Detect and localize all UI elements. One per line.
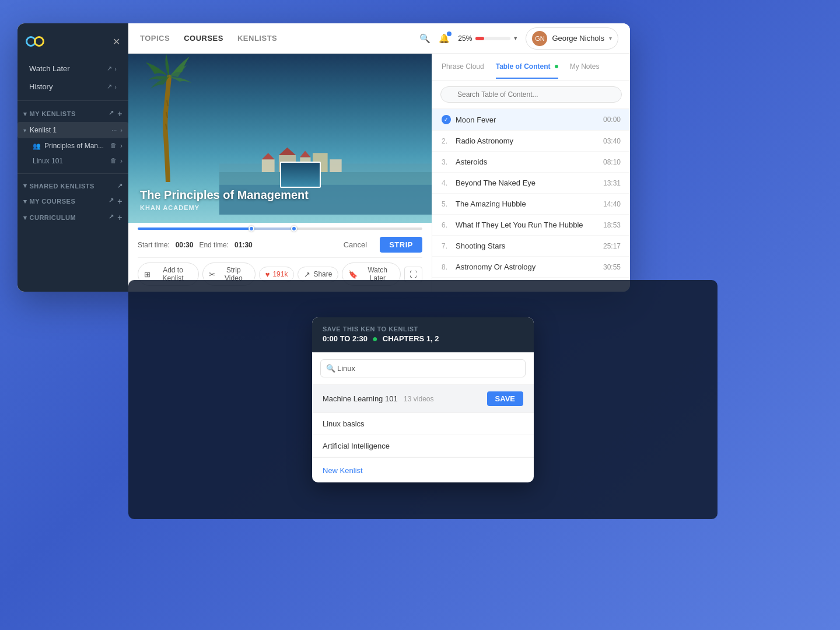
external-icon-kenlists: ↗ [108,109,114,118]
progress-timeline[interactable] [138,228,422,230]
kenlist-result-1[interactable]: Machine Learning 101 13 videos SAVE [312,385,534,413]
toc-num-4: 4. [442,179,453,187]
tab-my-notes[interactable]: My Notes [570,55,600,79]
toc-num-3: 3. [442,158,453,166]
video-source: KHAN ACADEMY [140,204,309,211]
kenlist-results: Machine Learning 101 13 videos SAVE Linu… [312,385,534,457]
heart-icon: ♥ [265,270,270,279]
kenlist-item-1[interactable]: ▾ Kenlist 1 ··· › [18,122,128,138]
thumbnail-preview [280,162,321,188]
principles-label: Principles of Man... [44,142,104,150]
end-time-label: End time: [199,241,229,249]
curriculum-label: CURRICULUM [30,214,76,221]
kenlist-result-3[interactable]: Artificial Intelligence [312,435,534,457]
divider-1 [18,100,128,101]
toc-list: ✓ Moon Fever 00:00 2. Radio Astronomy 03… [432,109,630,292]
delete-icon-2: 🗑 [110,157,117,165]
toc-item-5[interactable]: 5. The Amazing Hubble 14:40 [432,194,630,215]
progress-container: 25% ▾ [458,34,517,43]
toc-item-7[interactable]: 7. Shooting Stars 25:17 [432,236,630,257]
svg-rect-2 [262,159,275,172]
progress-handle-start[interactable] [249,226,254,232]
save-button-1[interactable]: SAVE [487,391,523,406]
tab-phrase-cloud[interactable]: Phrase Cloud [442,55,484,79]
video-container: The Principles of Management KHAN ACADEM… [128,54,432,223]
share-icon: ↗ [304,270,310,279]
notification-button[interactable]: 🔔 [439,33,450,44]
tab-table-of-content[interactable]: Table of Content [496,55,558,79]
modal-chapters: CHAPTERS 1, 2 [383,334,439,343]
app-logo [26,34,48,49]
toc-item-2[interactable]: 2. Radio Astronomy 03:40 [432,131,630,152]
history-label: History [29,82,52,91]
toc-title-4: Beyond The Naked Eye [456,178,603,187]
modal-search-input[interactable] [320,359,526,377]
toc-time-7: 25:17 [603,242,621,250]
toc-search-input[interactable] [440,86,622,103]
strip-button[interactable]: STRIP [380,237,422,253]
toc-item-1[interactable]: ✓ Moon Fever 00:00 [432,109,630,131]
video-panel-area: The Principles of Management KHAN ACADEM… [128,54,630,292]
new-kenlist-link[interactable]: New Kenlist [323,466,363,475]
my-courses-label: MY COURSES [30,198,76,205]
user-dropdown-arrow: ▾ [609,35,612,41]
scissors-icon: ✂ [209,270,215,279]
toc-item-3[interactable]: 3. Asteroids 08:10 [432,152,630,173]
svg-marker-8 [279,148,296,155]
search-button[interactable]: 🔍 [419,33,430,44]
toc-item-6[interactable]: 6. What If They Let You Run The Hubble 1… [432,215,630,236]
toc-item-8[interactable]: 8. Astronomy Or Astrology 30:55 [432,257,630,278]
sidebar-item-history[interactable]: History ↗ › [23,78,123,96]
modal-dot: ● [372,334,378,344]
add-course-icon[interactable]: + [117,197,123,206]
more-icon: ··· [111,127,117,134]
panel-search-area: 🔍 [432,80,630,109]
toc-num-5: 5. [442,200,453,208]
progress-handle-end[interactable] [291,226,297,232]
my-kenlists-header[interactable]: ▾ MY KENLISTS ↗ + [18,106,128,122]
right-panel: Phrase Cloud Table of Content My Notes 🔍 [432,54,630,292]
user-menu[interactable]: GN George Nichols ▾ [526,27,618,50]
watch-later-label: Watch Later [29,64,70,73]
cancel-button[interactable]: Cancel [337,237,374,253]
divider-2 [18,173,128,174]
add-curriculum-icon[interactable]: + [117,213,123,222]
toc-label: Table of Content [496,62,551,71]
chevron-right-kenlist: ▾ [23,127,26,134]
subitem-linux[interactable]: Linux 101 🗑 › [18,153,128,169]
share-label: Share [313,270,332,278]
save-to-kenlist-modal: SAVE THIS KEN TO KENLIST 0:00 TO 2:30 ● … [312,317,534,482]
toc-time-2: 03:40 [603,137,621,145]
kenlist-result-2[interactable]: Linux basics [312,413,534,435]
my-courses-header[interactable]: ▾ MY COURSES ↗ + [18,193,128,209]
my-notes-label: My Notes [570,62,600,71]
play-icon: › [120,127,123,134]
sidebar-item-watch-later[interactable]: Watch Later ↗ › [23,60,123,78]
nav-kenlists[interactable]: KENLISTS [237,34,277,43]
video-background: The Principles of Management KHAN ACADEM… [128,54,432,223]
subitem-principles[interactable]: 👥 Principles of Man... 🗑 › [18,138,128,153]
top-nav-actions: 🔍 🔔 25% ▾ GN George Nichols ▾ [419,27,618,50]
curriculum-header[interactable]: ▾ CURRICULUM ↗ + [18,209,128,226]
progress-dropdown[interactable]: ▾ [514,34,517,42]
external-link-icon: ↗ [107,65,112,72]
external-icon-courses: ↗ [108,197,114,206]
chevron-icon-curriculum: ▾ [23,214,27,222]
video-title-overlay: The Principles of Management KHAN ACADEM… [140,188,309,211]
toc-item-4[interactable]: 4. Beyond The Naked Eye 13:31 [432,173,630,194]
kenlist-count-1: 13 videos [404,395,433,403]
video-title: The Principles of Management [140,188,309,202]
add-kenlist-icon[interactable]: + [117,109,123,118]
end-time-value: 01:30 [235,241,253,249]
play-icon-3: › [120,157,123,165]
modal-search-icon: 🔍 [326,364,335,373]
toc-title-5: The Amazing Hubble [456,200,603,208]
nav-courses[interactable]: COURSES [184,34,223,43]
nav-topics[interactable]: TOPICS [140,34,170,43]
shared-kenlists-header[interactable]: ▾ SHARED KENLISTS ↗ [18,178,128,193]
toc-title-7: Shooting Stars [456,242,603,250]
lower-overlay: SAVE THIS KEN TO KENLIST 0:00 TO 2:30 ● … [128,280,718,519]
main-content: TOPICS COURSES KENLISTS 🔍 🔔 25% ▾ [128,23,630,292]
close-button[interactable]: ✕ [113,36,120,47]
toc-time-3: 08:10 [603,158,621,166]
